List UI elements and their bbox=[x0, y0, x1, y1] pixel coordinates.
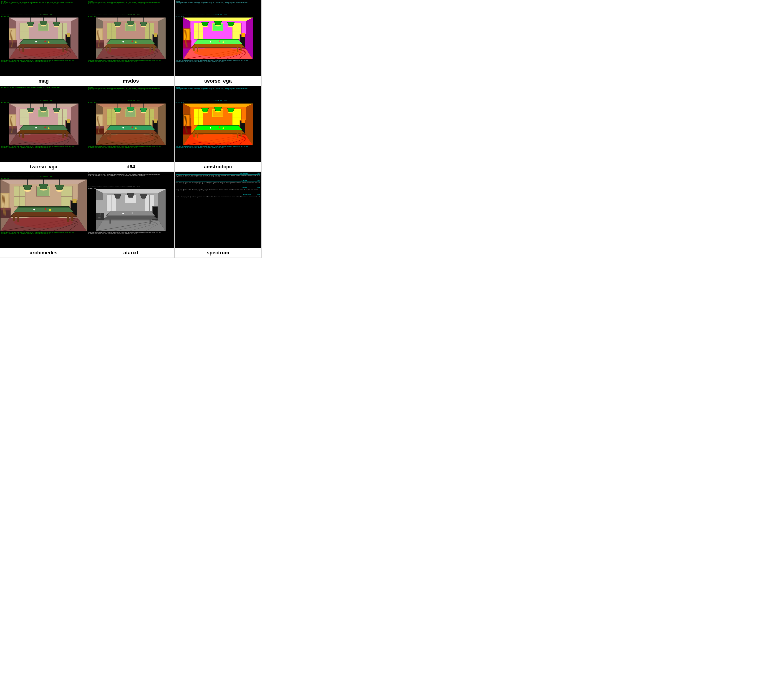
screen-archimedes: ----------------------------------------… bbox=[0, 172, 87, 248]
screen-spectrum: --ENTRANCE HALL 10/5- All visitors are b… bbox=[175, 172, 261, 248]
svg-rect-33 bbox=[66, 47, 68, 51]
label-tworsc_ega: tworsc_ega bbox=[175, 76, 261, 86]
svg-rect-289 bbox=[183, 126, 191, 129]
svg-point-140 bbox=[228, 26, 233, 27]
screen-atarixl: CorridorIn this part of the corridor, th… bbox=[87, 172, 174, 248]
svg-point-90 bbox=[128, 25, 134, 26]
svg-rect-326 bbox=[13, 216, 15, 221]
svg-rect-179 bbox=[19, 133, 20, 137]
svg-rect-30 bbox=[22, 47, 24, 52]
svg-rect-191 bbox=[9, 126, 17, 129]
svg-marker-320 bbox=[18, 207, 69, 208]
svg-point-176 bbox=[48, 127, 49, 129]
svg-rect-240 bbox=[96, 126, 104, 129]
svg-point-28 bbox=[44, 41, 46, 42]
svg-marker-124 bbox=[198, 39, 238, 40]
svg-rect-278 bbox=[240, 133, 242, 137]
screen-amstradcpc: CorridorIn this part of the corridor, th… bbox=[175, 86, 261, 162]
svg-point-125 bbox=[210, 41, 211, 42]
svg-point-365 bbox=[122, 213, 124, 214]
label-atarixl: atarixl bbox=[87, 248, 174, 258]
svg-rect-180 bbox=[66, 133, 68, 137]
screen-content-tworsc_vga: Corridor. The corridor runs east-west an… bbox=[0, 86, 87, 162]
svg-point-225 bbox=[135, 127, 137, 129]
svg-point-42 bbox=[54, 26, 59, 27]
svg-point-27 bbox=[35, 41, 37, 42]
svg-marker-75 bbox=[111, 39, 151, 40]
svg-point-187 bbox=[28, 112, 33, 113]
svg-rect-324 bbox=[17, 216, 19, 222]
svg-rect-275 bbox=[197, 133, 198, 138]
svg-point-336 bbox=[56, 190, 63, 192]
svg-point-272 bbox=[210, 127, 211, 128]
svg-rect-143 bbox=[241, 33, 244, 37]
svg-rect-128 bbox=[197, 47, 198, 52]
svg-point-334 bbox=[24, 190, 31, 192]
svg-point-273 bbox=[219, 126, 220, 128]
label-tworsc_vga: tworsc_vga bbox=[0, 162, 87, 172]
svg-point-274 bbox=[222, 127, 224, 129]
svg-rect-142 bbox=[183, 40, 191, 42]
svg-rect-327 bbox=[72, 216, 73, 221]
cell-spectrum: --ENTRANCE HALL 10/5- All visitors are b… bbox=[174, 172, 262, 258]
svg-rect-178 bbox=[62, 133, 64, 138]
svg-rect-80 bbox=[150, 47, 151, 52]
svg-point-224 bbox=[132, 126, 133, 128]
svg-point-121 bbox=[194, 47, 241, 57]
cell-mag: CorridorIn this part of the corridor, th… bbox=[0, 0, 87, 86]
svg-rect-229 bbox=[153, 133, 155, 137]
screen-content-archimedes: ----------------------------------------… bbox=[0, 172, 87, 248]
label-amstradcpc: amstradcpc bbox=[175, 162, 261, 172]
svg-point-366 bbox=[132, 212, 133, 214]
screen-content-d64: CorridorIn this part of the corridor, th… bbox=[87, 86, 174, 162]
svg-rect-338 bbox=[0, 208, 11, 211]
svg-point-287 bbox=[228, 112, 233, 113]
svg-rect-32 bbox=[19, 47, 20, 51]
screen-msdos: CorridorIn this part of the corridor, th… bbox=[87, 0, 174, 76]
screen-content-spectrum: --ENTRANCE HALL 10/5- All visitors are b… bbox=[175, 172, 261, 248]
label-d64: d64 bbox=[87, 162, 174, 172]
svg-point-126 bbox=[219, 41, 220, 42]
svg-point-174 bbox=[35, 127, 37, 128]
svg-rect-79 bbox=[110, 47, 111, 52]
screen-content-amstradcpc: CorridorIn this part of the corridor, th… bbox=[175, 86, 261, 162]
svg-rect-367 bbox=[110, 219, 111, 224]
svg-marker-271 bbox=[198, 125, 238, 126]
svg-marker-173 bbox=[23, 125, 64, 126]
svg-point-29 bbox=[48, 41, 49, 43]
svg-point-89 bbox=[115, 26, 121, 27]
svg-rect-368 bbox=[150, 219, 151, 224]
svg-point-238 bbox=[141, 112, 146, 113]
svg-point-286 bbox=[215, 111, 221, 113]
cell-tworsc_vga: Corridor. The corridor runs east-west an… bbox=[0, 86, 87, 172]
label-mag: mag bbox=[0, 76, 87, 86]
svg-rect-131 bbox=[240, 47, 242, 51]
svg-rect-241 bbox=[154, 119, 157, 122]
svg-point-40 bbox=[28, 26, 33, 27]
svg-point-189 bbox=[54, 112, 59, 113]
svg-rect-227 bbox=[150, 133, 151, 138]
screenshot-grid: CorridorIn this part of the corridor, th… bbox=[0, 0, 262, 258]
svg-rect-130 bbox=[193, 47, 194, 51]
svg-rect-276 bbox=[237, 133, 238, 138]
cell-tworsc_ega: CorridorIn this part of the corridor, th… bbox=[174, 0, 262, 86]
label-spectrum: spectrum bbox=[175, 248, 261, 258]
label-archimedes: archimedes bbox=[0, 248, 87, 258]
svg-rect-177 bbox=[22, 133, 24, 138]
cell-d64: CorridorIn this part of the corridor, th… bbox=[87, 86, 174, 172]
svg-point-317 bbox=[14, 217, 73, 228]
svg-point-23 bbox=[20, 47, 67, 57]
svg-point-76 bbox=[122, 41, 124, 42]
cell-atarixl: CorridorIn this part of the corridor, th… bbox=[87, 172, 174, 258]
svg-point-78 bbox=[135, 41, 137, 43]
svg-point-237 bbox=[128, 111, 134, 113]
screen-content-msdos: CorridorIn this part of the corridor, th… bbox=[87, 0, 174, 76]
svg-point-127 bbox=[222, 41, 224, 43]
svg-point-77 bbox=[132, 41, 133, 42]
svg-marker-222 bbox=[111, 125, 151, 126]
screen-content-atarixl: CorridorIn this part of the corridor, th… bbox=[87, 172, 174, 248]
svg-rect-290 bbox=[241, 119, 244, 122]
svg-marker-26 bbox=[23, 39, 64, 40]
screen-content-tworsc_ega: CorridorIn this part of the corridor, th… bbox=[175, 0, 261, 76]
svg-rect-339 bbox=[73, 199, 77, 203]
